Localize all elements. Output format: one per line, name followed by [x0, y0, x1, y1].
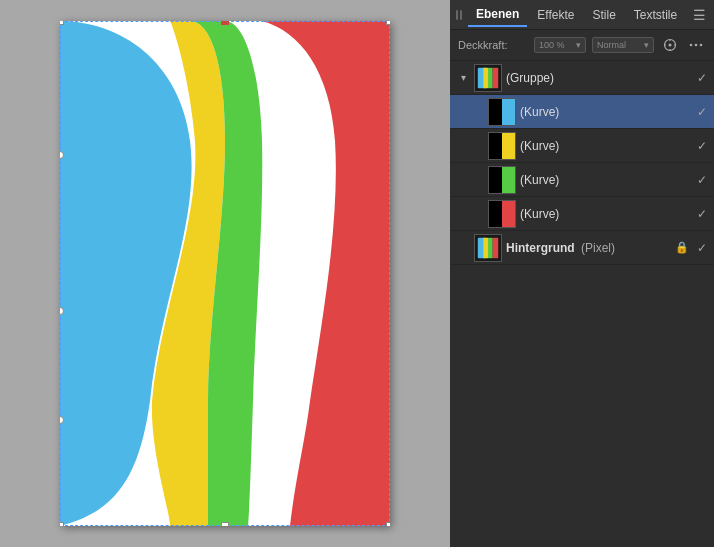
layer-visibility-kurve1[interactable]: ✓	[694, 104, 710, 120]
layer-thumb-gruppe	[474, 64, 502, 92]
layer-item-gruppe[interactable]: ▾ (Gruppe) ✓	[450, 61, 714, 95]
layer-thumb-kurve2	[488, 132, 516, 160]
svg-rect-18	[489, 167, 502, 193]
layer-name-kurve2: (Kurve)	[520, 139, 690, 153]
layer-name-gruppe: (Gruppe)	[506, 71, 690, 85]
opacity-row: Deckkraft: 100 % ▾ Normal ▾	[450, 30, 714, 61]
handle-bot-center[interactable]	[221, 522, 229, 526]
handle-bot-right[interactable]	[386, 522, 390, 526]
handle-top-center[interactable]	[221, 21, 229, 25]
panel-grip[interactable]	[456, 10, 462, 20]
panel-menu-button[interactable]: ☰	[690, 6, 708, 24]
canvas-document[interactable]	[60, 21, 390, 526]
panels-area: Ebenen Effekte Stile Textstile ☰ Deckkra…	[450, 0, 714, 547]
svg-rect-11	[483, 67, 488, 87]
handle-top-right[interactable]	[386, 21, 390, 25]
handle-top-left[interactable]	[60, 21, 64, 25]
svg-rect-20	[489, 201, 502, 227]
layer-name-kurve4: (Kurve)	[520, 207, 690, 221]
layer-lock-icon: 🔒	[674, 240, 690, 256]
layer-name-kurve3: (Kurve)	[520, 173, 690, 187]
layer-name-hintergrund: Hintergrund (Pixel)	[506, 241, 670, 255]
layer-name-kurve1: (Kurve)	[520, 105, 690, 119]
canvas-area	[0, 0, 450, 547]
svg-point-1	[669, 44, 672, 47]
layer-thumb-kurve1	[488, 98, 516, 126]
svg-rect-26	[493, 237, 499, 257]
tab-stile[interactable]: Stile	[584, 4, 623, 26]
layer-visibility-kurve2[interactable]: ✓	[694, 138, 710, 154]
layer-visibility-kurve3[interactable]: ✓	[694, 172, 710, 188]
tabs-bar: Ebenen Effekte Stile Textstile ☰	[450, 0, 714, 30]
layer-settings-button[interactable]	[660, 35, 680, 55]
expand-icon-hintergrund	[456, 241, 470, 255]
svg-point-6	[690, 44, 693, 47]
tab-ebenen[interactable]: Ebenen	[468, 3, 527, 27]
opacity-value: 100 %	[539, 40, 565, 50]
layer-options-button[interactable]	[686, 35, 706, 55]
layer-thumb-kurve4	[488, 200, 516, 228]
opacity-input[interactable]: 100 % ▾	[534, 37, 586, 53]
expand-icon-kurve4	[470, 207, 484, 221]
svg-rect-21	[502, 201, 515, 227]
blend-mode-value: Normal	[597, 40, 626, 50]
blend-mode-select[interactable]: Normal ▾	[592, 37, 654, 53]
expand-icon-gruppe[interactable]: ▾	[456, 71, 470, 85]
svg-rect-25	[488, 237, 493, 257]
layer-visibility-gruppe[interactable]: ✓	[694, 70, 710, 86]
layer-visibility-hintergrund[interactable]: ✓	[694, 240, 710, 256]
svg-rect-12	[488, 67, 493, 87]
svg-point-8	[700, 44, 703, 47]
svg-point-7	[695, 44, 698, 47]
layer-item-kurve3[interactable]: (Kurve) ✓	[450, 163, 714, 197]
svg-rect-14	[489, 99, 502, 125]
expand-icon-kurve1	[470, 105, 484, 119]
svg-rect-15	[502, 99, 515, 125]
opacity-arrow-icon: ▾	[576, 40, 581, 50]
svg-rect-16	[489, 133, 502, 159]
svg-rect-19	[502, 167, 515, 193]
layer-thumb-hintergrund	[474, 234, 502, 262]
layer-item-kurve1[interactable]: (Kurve) ✓	[450, 95, 714, 129]
handle-bot-left[interactable]	[60, 522, 64, 526]
layers-list[interactable]: ▾ (Gruppe) ✓ (Kurv	[450, 61, 714, 547]
layer-item-hintergrund[interactable]: Hintergrund (Pixel) 🔒 ✓	[450, 231, 714, 265]
svg-rect-24	[483, 237, 488, 257]
layer-visibility-kurve4[interactable]: ✓	[694, 206, 710, 222]
opacity-label: Deckkraft:	[458, 39, 528, 51]
svg-rect-13	[493, 67, 499, 87]
expand-icon-kurve3	[470, 173, 484, 187]
tab-effekte[interactable]: Effekte	[529, 4, 582, 26]
blend-mode-arrow-icon: ▾	[644, 40, 649, 50]
layer-item-kurve4[interactable]: (Kurve) ✓	[450, 197, 714, 231]
expand-icon-kurve2	[470, 139, 484, 153]
layer-item-kurve2[interactable]: (Kurve) ✓	[450, 129, 714, 163]
tab-textstile[interactable]: Textstile	[626, 4, 685, 26]
layer-thumb-kurve3	[488, 166, 516, 194]
svg-rect-17	[502, 133, 515, 159]
